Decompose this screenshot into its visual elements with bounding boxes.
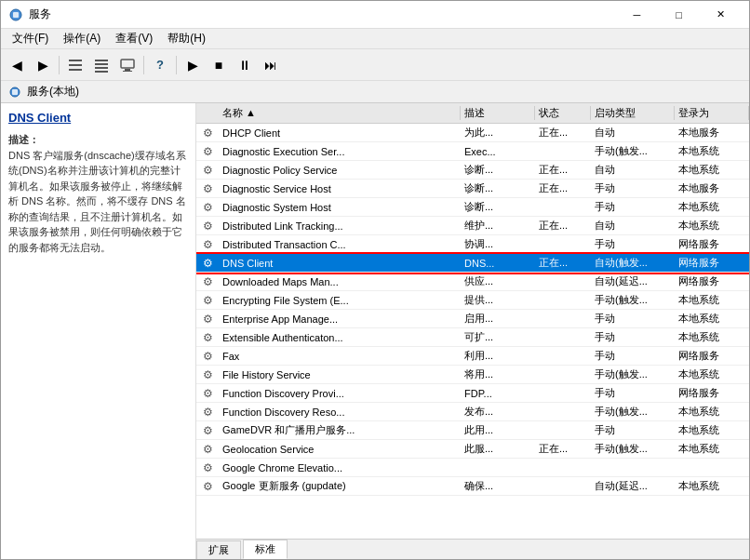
table-row[interactable]: ⚙ Distributed Link Tracking... 维护... 正在.… xyxy=(196,217,749,235)
table-row[interactable]: ⚙ DNS Client DNS... 正在... 自动(触发... 网络服务 xyxy=(196,254,749,273)
row-name-7: DNS Client xyxy=(219,258,461,269)
row-startup-4: 手动 xyxy=(591,200,675,214)
row-desc-8: 供应... xyxy=(461,274,535,288)
menu-bar: 文件(F) 操作(A) 查看(V) 帮助(H) xyxy=(1,29,749,49)
row-icon-9: ⚙ xyxy=(196,294,219,307)
service-description: 描述： DNS 客户端服务(dnscache)缓存域名系统(DNS)名称并注册该… xyxy=(8,132,188,255)
row-login-2: 本地系统 xyxy=(675,163,749,177)
table-row[interactable]: ⚙ Enterprise App Manage... 启用... 手动 本地系统 xyxy=(196,310,749,328)
row-name-10: Enterprise App Manage... xyxy=(219,313,461,325)
table-row[interactable]: ⚙ Diagnostic System Host 诊断... 手动 本地系统 xyxy=(196,198,749,217)
gear-icon: ⚙ xyxy=(203,350,213,363)
row-name-11: Extensible Authenticaton... xyxy=(219,332,461,343)
row-status-2: 正在... xyxy=(535,163,591,177)
col-header-status[interactable]: 状态 xyxy=(535,106,591,120)
row-login-5: 本地系统 xyxy=(675,219,749,233)
toolbar-separator-2 xyxy=(143,56,144,74)
row-desc-12: 利用... xyxy=(461,349,535,363)
minimize-button[interactable]: ─ xyxy=(616,1,658,29)
forward-button[interactable]: ▶ xyxy=(31,53,55,77)
col-header-desc[interactable]: 描述 xyxy=(461,106,535,120)
show-hide-button[interactable] xyxy=(63,53,87,77)
maximize-button[interactable]: □ xyxy=(658,1,700,29)
row-login-6: 网络服务 xyxy=(675,237,749,251)
left-panel: DNS Client 描述： DNS 客户端服务(dnscache)缓存域名系统… xyxy=(1,103,196,559)
table-row[interactable]: ⚙ Function Discovery Provi... FDP... 手动 … xyxy=(196,384,749,403)
service-name-link[interactable]: DNS Client xyxy=(8,111,188,125)
gear-icon: ⚙ xyxy=(203,480,213,493)
up-button[interactable] xyxy=(89,53,114,77)
row-status-7: 正在... xyxy=(535,256,591,270)
row-status-0: 正在... xyxy=(535,126,591,140)
table-row[interactable]: ⚙ Google 更新服务 (gupdate) 确保... 自动(延迟... 本… xyxy=(196,477,749,496)
table-row[interactable]: ⚙ Geolocation Service 此服... 正在... 手动(触发.… xyxy=(196,440,749,459)
menu-help[interactable]: 帮助(H) xyxy=(160,29,213,48)
gear-icon: ⚙ xyxy=(203,127,213,140)
row-name-1: Diagnostic Execution Ser... xyxy=(219,146,461,157)
row-status-17: 正在... xyxy=(535,442,591,456)
inner-address-bar: 服务(本地) xyxy=(1,81,749,103)
row-login-4: 本地系统 xyxy=(675,200,749,214)
col-header-name[interactable]: 名称 ▲ xyxy=(219,106,461,120)
svg-rect-1 xyxy=(13,12,19,18)
table-row[interactable]: ⚙ Function Discovery Reso... 发布... 手动(触发… xyxy=(196,403,749,421)
table-row[interactable]: ⚙ Fax 利用... 手动 网络服务 xyxy=(196,347,749,366)
title-bar-left: 服务 xyxy=(8,7,51,22)
row-icon-18: ⚙ xyxy=(196,461,219,474)
table-row[interactable]: ⚙ Google Chrome Elevatio... xyxy=(196,459,749,477)
right-panel: 名称 ▲ 描述 状态 启动类型 登录为 ⚙ DHCP Client 为此... … xyxy=(196,103,749,559)
col-header-login[interactable]: 登录为 xyxy=(675,106,749,120)
row-icon-1: ⚙ xyxy=(196,145,219,158)
toolbar: ◀ ▶ ? ▶ xyxy=(1,49,749,81)
app-icon xyxy=(8,7,23,22)
menu-file[interactable]: 文件(F) xyxy=(5,29,56,48)
help-button[interactable]: ? xyxy=(148,53,172,77)
table-row[interactable]: ⚙ Diagnostic Execution Ser... Exec... 手动… xyxy=(196,142,749,161)
tab-standard[interactable]: 标准 xyxy=(243,540,288,559)
back-button[interactable]: ◀ xyxy=(5,53,29,77)
row-login-0: 本地服务 xyxy=(675,126,749,140)
row-desc-16: 此用... xyxy=(461,423,535,437)
row-icon-7: ⚙ xyxy=(196,257,219,270)
row-startup-14: 手动 xyxy=(591,386,675,400)
row-desc-11: 可扩... xyxy=(461,330,535,344)
desc-text: DNS 客户端服务(dnscache)缓存域名系统(DNS)名称并注册该计算机的… xyxy=(8,150,186,253)
menu-view[interactable]: 查看(V) xyxy=(108,29,160,48)
row-status-3: 正在... xyxy=(535,181,591,195)
bottom-tabs: 扩展 标准 xyxy=(196,539,749,559)
row-name-2: Diagnostic Policy Service xyxy=(219,165,461,176)
toolbar-separator-1 xyxy=(59,56,60,74)
close-button[interactable]: ✕ xyxy=(700,1,742,29)
row-name-16: GameDVR 和广播用户服务... xyxy=(219,423,461,437)
row-startup-0: 自动 xyxy=(591,126,675,140)
row-desc-9: 提供... xyxy=(461,293,535,307)
tab-expand[interactable]: 扩展 xyxy=(196,540,241,559)
pause-button[interactable]: ⏸ xyxy=(233,53,257,77)
row-desc-10: 启用... xyxy=(461,312,535,326)
table-row[interactable]: ⚙ Encrypting File System (E... 提供... 手动(… xyxy=(196,291,749,310)
table-row[interactable]: ⚙ GameDVR 和广播用户服务... 此用... 手动 本地系统 xyxy=(196,421,749,440)
svg-rect-6 xyxy=(95,63,108,65)
row-desc-7: DNS... xyxy=(461,258,535,269)
row-name-3: Diagnostic Service Host xyxy=(219,183,461,194)
table-row[interactable]: ⚙ Diagnostic Service Host 诊断... 正在... 手动… xyxy=(196,180,749,198)
table-row[interactable]: ⚙ Distributed Transaction C... 协调... 手动 … xyxy=(196,235,749,254)
row-desc-6: 协调... xyxy=(461,237,535,251)
computer-button[interactable] xyxy=(115,53,140,77)
menu-action[interactable]: 操作(A) xyxy=(56,29,108,48)
play-button[interactable]: ▶ xyxy=(181,53,205,77)
table-row[interactable]: ⚙ Extensible Authenticaton... 可扩... 手动 本… xyxy=(196,328,749,347)
table-row[interactable]: ⚙ File History Service 将用... 手动(触发... 本地… xyxy=(196,366,749,384)
restart-button[interactable]: ⏭ xyxy=(259,53,283,77)
gear-icon: ⚙ xyxy=(203,424,213,437)
table-row[interactable]: ⚙ DHCP Client 为此... 正在... 自动 本地服务 xyxy=(196,124,749,142)
col-header-startup[interactable]: 启动类型 xyxy=(591,106,675,120)
stop-button[interactable]: ■ xyxy=(207,53,231,77)
row-startup-2: 自动 xyxy=(591,163,675,177)
table-row[interactable]: ⚙ Downloaded Maps Man... 供应... 自动(延迟... … xyxy=(196,273,749,291)
row-icon-16: ⚙ xyxy=(196,424,219,437)
table-row[interactable]: ⚙ Diagnostic Policy Service 诊断... 正在... … xyxy=(196,161,749,180)
svg-rect-2 xyxy=(69,60,82,61)
row-startup-1: 手动(触发... xyxy=(591,144,675,158)
window-controls: ─ □ ✕ xyxy=(616,1,742,29)
